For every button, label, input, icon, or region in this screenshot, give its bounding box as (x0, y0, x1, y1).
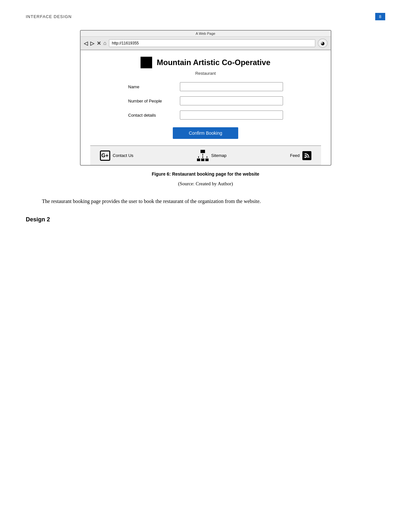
figure-caption: Figure 6: Restaurant booking page for th… (26, 171, 385, 177)
design2-heading: Design 2 (26, 216, 385, 223)
nav-home-button[interactable]: ⌂ (103, 40, 107, 46)
contact-input[interactable] (180, 111, 283, 120)
rss-icon (302, 151, 311, 160)
confirm-btn-wrapper: Confirm Booking (90, 127, 321, 139)
site-title: Mountain Artistic Co-Operative (157, 58, 270, 67)
browser-toolbar: ◁ ▷ ✕ ⌂ ◕ (81, 37, 331, 50)
document-header: INTERFACE DESIGN 8 (26, 13, 385, 20)
footer-contact: G+ Contact Us (100, 150, 133, 161)
nav-forward-button[interactable]: ▷ (90, 40, 94, 46)
page-number: 8 (375, 13, 385, 20)
name-row: Name (128, 82, 283, 91)
feed-label: Feed (290, 153, 300, 158)
svg-point-0 (304, 156, 306, 158)
contact-row: Contact details (128, 111, 283, 120)
people-row: Number of People (128, 96, 283, 105)
site-subtitle: Restaurant (90, 71, 321, 76)
contact-label: Contact Us (113, 153, 133, 158)
footer-sitemap: Sitemap (197, 150, 227, 161)
sitemap-label: Sitemap (211, 153, 227, 158)
site-footer: G+ Contact Us (90, 145, 321, 165)
name-label: Name (128, 84, 180, 89)
document-title: INTERFACE DESIGN (26, 14, 72, 19)
footer-feed: Feed (290, 151, 311, 160)
confirm-booking-button[interactable]: Confirm Booking (173, 127, 239, 139)
browser-search-button[interactable]: ◕ (318, 39, 328, 48)
nav-back-button[interactable]: ◁ (84, 40, 88, 46)
source-line: (Source: Created by Author) (26, 181, 385, 187)
google-plus-icon: G+ (100, 150, 110, 161)
search-icon: ◕ (321, 41, 325, 46)
site-header: Mountain Artistic Co-Operative (90, 57, 321, 68)
website-content: Mountain Artistic Co-Operative Restauran… (81, 50, 331, 165)
browser-mockup: A Web Page ◁ ▷ ✕ ⌂ ◕ Mountain Artistic C… (80, 30, 331, 166)
body-text: The restaurant booking page provides the… (26, 196, 385, 207)
booking-form: Name Number of People Contact details (90, 82, 321, 120)
nav-close-button[interactable]: ✕ (97, 40, 101, 46)
people-input[interactable] (180, 96, 283, 105)
sitemap-icon (197, 150, 209, 161)
name-input[interactable] (180, 82, 283, 91)
people-label: Number of People (128, 99, 180, 103)
site-logo (141, 57, 152, 68)
browser-title-bar: A Web Page (81, 31, 331, 37)
url-bar[interactable] (109, 39, 315, 47)
contact-label: Contact details (128, 113, 180, 118)
